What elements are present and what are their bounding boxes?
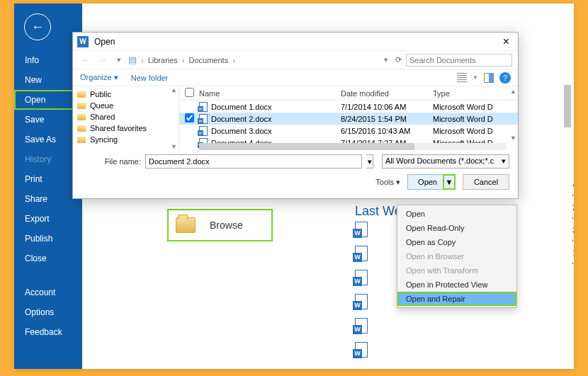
folder-icon: [77, 114, 86, 120]
nav-up-icon[interactable]: ▾: [114, 55, 124, 64]
folder-icon: [77, 125, 86, 132]
word-file-icon: [199, 102, 208, 112]
new-folder-button[interactable]: New folder: [131, 74, 169, 82]
browse-button[interactable]: Browse: [167, 209, 273, 241]
filetype-select[interactable]: All Word Documents (*.docx;*.c ▾: [382, 154, 509, 169]
scroll-down-icon[interactable]: ▼: [171, 143, 177, 150]
word-doc-icon[interactable]: [355, 342, 368, 358]
word-file-icon: [199, 126, 208, 136]
breadcrumb-dropdown-icon[interactable]: ▾: [381, 55, 391, 64]
folder-icon: [77, 103, 86, 109]
preview-pane-icon[interactable]: [484, 73, 494, 83]
column-type[interactable]: Type: [433, 89, 518, 98]
open-button-label: Open: [418, 178, 437, 186]
folder-icon: [77, 91, 86, 98]
menu-item-open-read-only[interactable]: Open Read-Only: [397, 221, 516, 235]
help-icon[interactable]: ?: [499, 72, 511, 84]
word-doc-icon[interactable]: [355, 222, 368, 237]
sidebar-folder-queue[interactable]: Queue: [73, 100, 179, 111]
breadcrumb-libraries[interactable]: Libraries: [148, 56, 178, 64]
menu-item-open[interactable]: Open: [397, 207, 516, 221]
open-button[interactable]: Open ▼: [407, 174, 456, 190]
nav-back-icon[interactable]: ←: [79, 56, 92, 64]
open-dialog: W Open × ← → ▾ ▤ › Libraries › Documents…: [72, 32, 519, 199]
nav-forward-icon[interactable]: →: [96, 56, 110, 64]
filename-input[interactable]: [145, 154, 362, 169]
search-input[interactable]: [406, 54, 512, 67]
backstage-item-export[interactable]: Export: [14, 209, 82, 229]
dialog-sidebar: ▲ PublicQueueSharedShared favoritesSynci…: [73, 86, 179, 150]
backstage-item-close[interactable]: Close: [14, 249, 82, 268]
scroll-up-icon[interactable]: ▲: [510, 88, 516, 95]
filename-label: File name:: [81, 157, 141, 166]
select-all-checkbox[interactable]: [185, 88, 194, 97]
filename-dropdown-icon[interactable]: ▾: [366, 154, 373, 169]
word-file-icon: [199, 114, 208, 124]
dialog-title: Open: [94, 37, 115, 47]
column-date[interactable]: Date modified: [341, 89, 433, 98]
word-doc-icon[interactable]: [355, 246, 368, 261]
word-doc-icon[interactable]: [355, 270, 368, 285]
word-doc-icon[interactable]: [355, 294, 368, 309]
menu-item-open-in-browser: Open in Browser: [397, 249, 516, 263]
recent-doc-icons: [355, 222, 368, 366]
menu-item-open-in-protected-view[interactable]: Open in Protected View: [397, 278, 516, 292]
view-options-icon[interactable]: [457, 73, 467, 83]
library-icon: ▤: [128, 55, 137, 65]
word-app-icon: W: [77, 36, 89, 47]
sidebar-folder-public[interactable]: Public: [73, 89, 179, 100]
breadcrumb-documents[interactable]: Documents: [189, 56, 229, 64]
folder-icon: [176, 217, 196, 233]
file-list: ▲ ▼ Name Date modified Type Document 1.d…: [179, 86, 518, 150]
column-name[interactable]: Name: [199, 89, 341, 98]
close-button[interactable]: ×: [499, 35, 514, 48]
dialog-nav-bar: ← → ▾ ▤ › Libraries › Documents › ▾ ⟳: [73, 51, 518, 69]
file-checkbox[interactable]: [185, 113, 194, 123]
backstage-item-publish[interactable]: Publish: [14, 229, 82, 249]
menu-item-open-and-repair[interactable]: Open and Repair: [397, 292, 516, 306]
horizontal-scrollbar[interactable]: [199, 143, 507, 150]
menu-item-open-as-copy[interactable]: Open as Copy: [397, 235, 516, 249]
word-doc-icon[interactable]: [355, 318, 368, 334]
backstage-item-options[interactable]: Options: [14, 302, 82, 322]
arrow-left-icon: ←: [31, 20, 44, 35]
file-row[interactable]: Document 1.docx7/1/2014 10:06 AMMicrosof…: [179, 101, 518, 113]
scroll-up-icon[interactable]: ▲: [171, 86, 177, 93]
open-dropdown-menu: OpenOpen Read-OnlyOpen as CopyOpen in Br…: [397, 205, 517, 308]
open-split-dropdown[interactable]: ▼: [443, 174, 456, 190]
column-headers: Name Date modified Type: [179, 86, 518, 101]
view-dropdown-icon[interactable]: ▼: [473, 74, 478, 81]
sidebar-folder-shared[interactable]: Shared: [73, 111, 179, 123]
scroll-down-icon[interactable]: ▼: [510, 135, 516, 142]
folder-icon: [77, 137, 86, 143]
refresh-icon[interactable]: ⟳: [395, 55, 402, 64]
dialog-toolbar: Organize ▾ New folder ▼ ?: [73, 69, 518, 86]
sidebar-folder-syncing[interactable]: Syncing: [73, 134, 179, 145]
cancel-button[interactable]: Cancel: [463, 174, 509, 190]
organize-menu[interactable]: Organize ▾: [80, 73, 118, 82]
browse-label: Browse: [210, 220, 243, 231]
main-scrollbar[interactable]: [562, 81, 572, 351]
backstage-item-account[interactable]: Account: [14, 283, 82, 302]
tools-menu[interactable]: Tools ▾: [375, 178, 400, 187]
file-row[interactable]: Document 2.docx8/24/2015 1:54 PMMicrosof…: [179, 113, 518, 125]
backstage-item-feedback[interactable]: Feedback: [14, 322, 82, 342]
menu-item-open-with-transform: Open with Transform: [397, 263, 516, 278]
back-button[interactable]: ←: [24, 13, 51, 40]
file-row[interactable]: Document 3.docx6/15/2016 10:43 AMMicroso…: [179, 125, 518, 137]
sidebar-folder-shared-favorites[interactable]: Shared favorites: [73, 123, 179, 134]
